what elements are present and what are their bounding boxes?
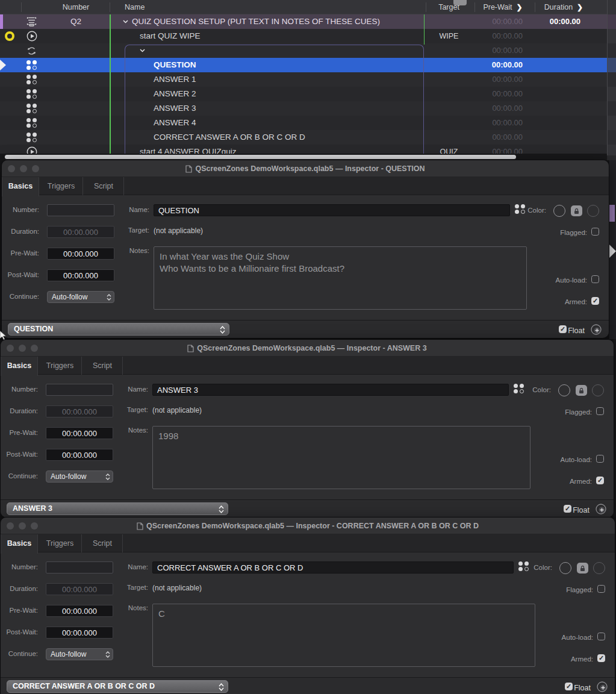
horizontal-scrollbar-thumb[interactable]	[5, 155, 516, 159]
duration-label: Duration:	[2, 228, 39, 235]
stepper-icon	[104, 649, 111, 659]
color-none-button[interactable]	[558, 384, 570, 396]
prewait-label: Pre-Wait:	[2, 249, 39, 257]
tab-triggers[interactable]: Triggers	[40, 177, 83, 195]
continue-popup[interactable]: Auto-follow	[46, 648, 113, 660]
titlebar[interactable]: QScreenZones DemoWorkspace.qlab5 — Inspe…	[1, 517, 615, 534]
tab-basics[interactable]: Basics	[2, 177, 39, 196]
cue-target	[423, 101, 474, 116]
notes-field[interactable]: 1998	[152, 426, 530, 489]
column-header-prewait[interactable]: Pre-Wait❯	[479, 0, 527, 14]
color-none-button[interactable]	[559, 562, 571, 574]
postwait-field[interactable]: 00:00.000	[47, 269, 114, 281]
column-header-name[interactable]: Name	[125, 0, 145, 14]
stepper-icon	[105, 292, 113, 302]
cue-name: QUIZ QUESTION SETUP (PUT TEXT IN NOTES O…	[110, 14, 423, 29]
name-field[interactable]: QUESTION	[154, 204, 510, 216]
column-header-duration[interactable]: Duration❯	[538, 0, 590, 14]
color-swatch-button[interactable]	[592, 384, 604, 396]
armed-checkbox[interactable]: ✓	[591, 297, 599, 305]
titlebar[interactable]: QScreenZones DemoWorkspace.qlab5 — Inspe…	[2, 160, 609, 177]
float-checkbox[interactable]: ✓	[564, 505, 571, 513]
cue-name: CORRECT ANSWER A OR B OR C OR D	[110, 130, 423, 145]
cue-number	[42, 43, 110, 58]
cue-duration	[530, 58, 580, 72]
divider	[21, 2, 22, 12]
cue-prewait: 00:00.00	[474, 87, 523, 101]
tab-script[interactable]: Script	[82, 534, 123, 552]
armed-checkbox[interactable]: ✓	[597, 654, 605, 662]
float-checkbox[interactable]: ✓	[559, 325, 567, 333]
cue-selector-popup[interactable]: QUESTION	[8, 323, 229, 336]
cue-row[interactable]: start QUIZ WIPEWIPE00:00.00	[0, 29, 607, 43]
cue-row[interactable]: ANSWER 300:00.00	[0, 101, 607, 116]
cue-row[interactable]: start 4 ANSWER QUIZquizQUIZ00:00.00	[0, 145, 607, 154]
autoload-checkbox[interactable]: ✓	[596, 455, 604, 463]
tab-basics[interactable]: Basics	[1, 357, 38, 376]
lock-color-button[interactable]	[577, 563, 588, 574]
flagged-checkbox[interactable]: ✓	[596, 407, 604, 415]
play-cue-icon	[26, 31, 37, 42]
lock-color-button[interactable]	[576, 385, 587, 396]
color-swatch-button[interactable]	[593, 562, 605, 574]
cue-number	[42, 87, 110, 101]
column-header-number[interactable]: Number	[42, 0, 110, 14]
cue-number	[42, 130, 110, 145]
postwait-field[interactable]: 00:00.000	[46, 449, 113, 461]
color-swatch-button[interactable]	[587, 205, 599, 217]
cue-type-cell	[21, 72, 42, 87]
autoload-checkbox[interactable]: ✓	[597, 633, 605, 640]
cue-selector-popup[interactable]: ANSWER 3	[7, 502, 228, 515]
cue-row[interactable]: ANSWER 100:00.00	[0, 72, 607, 87]
stepper-icon	[104, 472, 111, 481]
postwait-label: Post-Wait:	[1, 451, 38, 458]
prewait-label: Pre-Wait:	[1, 429, 38, 436]
autoload-checkbox[interactable]: ✓	[591, 275, 599, 283]
cue-row[interactable]: CORRECT ANSWER A OR B OR C OR D00:00.00	[0, 130, 607, 145]
new-inspector-button[interactable]	[597, 681, 608, 692]
tab-triggers[interactable]: Triggers	[39, 357, 82, 375]
column-header-target[interactable]: Target	[423, 0, 474, 14]
autoload-label: Auto-load:	[544, 456, 592, 463]
flagged-checkbox[interactable]: ✓	[591, 228, 599, 236]
cue-type-cell	[21, 87, 42, 101]
float-checkbox[interactable]: ✓	[565, 683, 573, 690]
cue-row[interactable]: ANSWER 200:00.00	[0, 87, 607, 101]
cue-name	[110, 43, 423, 58]
notes-field[interactable]: In what Year was the Quiz Show Who Wants…	[154, 246, 527, 310]
armed-checkbox[interactable]: ✓	[596, 477, 604, 484]
lock-color-button[interactable]	[571, 205, 582, 216]
playhead-icon	[0, 60, 6, 70]
cue-prewait: 00:00.00	[474, 116, 523, 130]
titlebar[interactable]: QScreenZones DemoWorkspace.qlab5 — Inspe…	[1, 340, 614, 357]
flagged-checkbox[interactable]: ✓	[597, 585, 605, 593]
new-inspector-button[interactable]	[596, 504, 606, 514]
tab-script[interactable]: Script	[84, 177, 124, 195]
mouse-cursor	[0, 331, 7, 340]
cue-number	[42, 101, 110, 116]
postwait-field[interactable]: 00:00.000	[46, 627, 113, 639]
tab-bar: Basics Triggers Script	[2, 177, 609, 195]
cue-row[interactable]: Q2QUIZ QUESTION SETUP (PUT TEXT IN NOTES…	[0, 14, 607, 29]
cue-row[interactable]: 00:00.00	[0, 43, 607, 58]
notes-field[interactable]: C	[152, 604, 535, 667]
cue-row[interactable]: ANSWER 400:00.00	[0, 116, 607, 130]
color-label: Color:	[516, 207, 546, 214]
name-field[interactable]: CORRECT ANSWER A OR B OR C OR D	[152, 561, 514, 574]
target-value: (not applicable)	[152, 584, 202, 592]
cue-selector-popup[interactable]: CORRECT ANSWER A OR B OR C OR D	[7, 680, 228, 693]
new-inspector-button[interactable]	[591, 324, 602, 335]
tab-triggers[interactable]: Triggers	[39, 534, 82, 552]
continue-popup[interactable]: Auto-follow	[47, 291, 114, 303]
color-none-button[interactable]	[553, 205, 565, 217]
name-field[interactable]: ANSWER 3	[152, 384, 509, 396]
cue-list-header: Number Name Target Pre-Wait❯ Duration❯	[0, 0, 607, 14]
float-label: Float	[574, 684, 591, 692]
tab-basics[interactable]: Basics	[1, 534, 38, 554]
cue-row[interactable]: QUESTION00:00.00	[0, 58, 607, 72]
cue-name: start 4 ANSWER QUIZquiz	[110, 145, 423, 154]
continue-popup[interactable]: Auto-follow	[46, 470, 113, 483]
tab-script[interactable]: Script	[82, 357, 123, 375]
cue-duration	[530, 130, 580, 145]
cue-prewait: 00:00.00	[474, 101, 523, 116]
